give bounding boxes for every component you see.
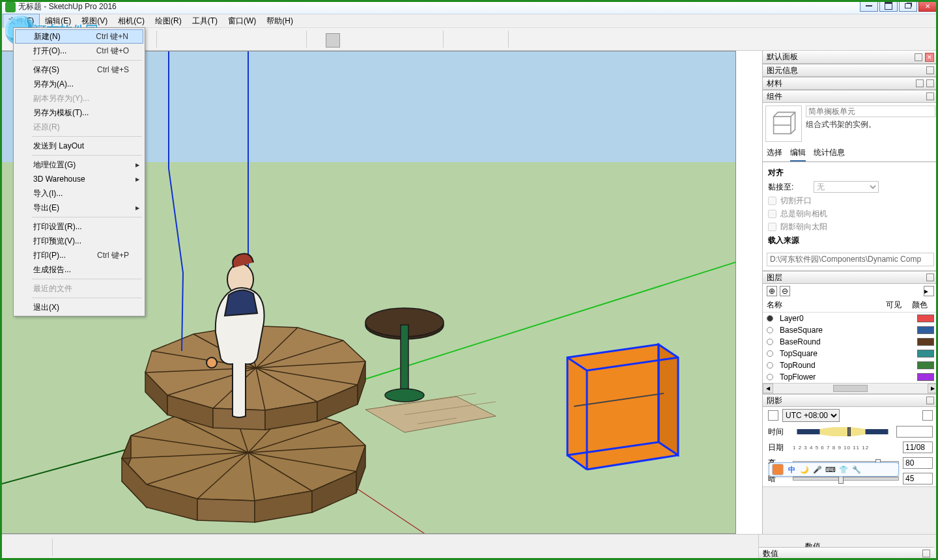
menu-item[interactable]: 导入(I)... bbox=[15, 186, 143, 201]
shadow-settings-button[interactable] bbox=[922, 410, 933, 421]
tab-stats[interactable]: 统计信息 bbox=[814, 147, 845, 161]
window-title: 无标题 - SketchUp Pro 2016 bbox=[18, 1, 117, 12]
layer-row[interactable]: BaseSquare bbox=[763, 324, 938, 336]
menu-item[interactable]: 另存为(A)... bbox=[15, 77, 143, 91]
close-button[interactable] bbox=[918, 0, 937, 12]
status-bar: 数值 数值 bbox=[0, 534, 938, 560]
restore-button[interactable] bbox=[899, 0, 917, 12]
layer-header: 名称可见颜色 bbox=[763, 298, 938, 313]
close-icon[interactable]: ✕ bbox=[925, 53, 934, 62]
menu-item[interactable]: 导出(E) bbox=[15, 201, 143, 215]
tab-select[interactable]: 选择 bbox=[767, 147, 782, 161]
glue-select[interactable]: 无 bbox=[814, 181, 879, 193]
menu-item[interactable]: 地理位置(G) bbox=[15, 158, 143, 172]
utc-select[interactable]: UTC +08:00 bbox=[782, 409, 840, 422]
tab-edit[interactable]: 编辑 bbox=[790, 147, 806, 161]
menu-bar[interactable]: 文件(F) 编辑(E) 视图(V) 相机(C) 绘图(R) 工具(T) 窗口(W… bbox=[0, 14, 938, 27]
pin-icon[interactable] bbox=[915, 53, 922, 61]
menu-help[interactable]: 帮助(H) bbox=[261, 14, 298, 28]
layer-scrollbar[interactable]: ◀▶ bbox=[763, 383, 938, 393]
menu-draw[interactable]: 绘图(R) bbox=[150, 14, 187, 28]
svg-marker-53 bbox=[659, 344, 678, 455]
panel-layers[interactable]: 图层 bbox=[763, 271, 938, 284]
file-menu-dropdown[interactable]: 新建(N)Ctrl 键+N打开(O)...Ctrl 键+O保存(S)Ctrl 键… bbox=[13, 27, 145, 316]
menu-item[interactable]: 打印预览(V)... bbox=[15, 234, 143, 248]
title-bar: 无标题 - SketchUp Pro 2016 bbox=[0, 0, 938, 14]
svg-line-64 bbox=[791, 112, 795, 117]
menu-item[interactable]: 生成报告... bbox=[15, 262, 143, 277]
dark-value[interactable] bbox=[903, 473, 933, 484]
layer-row[interactable]: TopRound bbox=[763, 359, 938, 371]
ime-toolbar[interactable]: 中 🌙🎤⌨👕🔧 bbox=[769, 462, 899, 477]
time-input[interactable] bbox=[896, 426, 933, 438]
delete-layer-button[interactable]: ⊖ bbox=[780, 286, 790, 296]
svg-point-49 bbox=[385, 389, 424, 402]
svg-rect-48 bbox=[401, 325, 408, 390]
menu-file[interactable]: 文件(F) bbox=[3, 14, 40, 29]
svg-marker-11 bbox=[197, 499, 255, 522]
shadows-sun-checkbox[interactable] bbox=[768, 223, 776, 231]
menu-item[interactable]: 新建(N)Ctrl 键+N bbox=[15, 29, 143, 44]
component-description: 组合式书架的实例。 bbox=[806, 119, 935, 130]
maximize-button[interactable] bbox=[879, 0, 898, 12]
menu-item[interactable]: 打开(O)...Ctrl 键+O bbox=[15, 44, 143, 58]
svg-rect-66 bbox=[848, 427, 851, 436]
dark-slider[interactable] bbox=[793, 477, 899, 481]
menu-camera[interactable]: 相机(C) bbox=[113, 14, 150, 28]
app-icon bbox=[5, 2, 16, 12]
menu-item[interactable]: 另存为模板(T)... bbox=[15, 105, 143, 120]
menu-item: 还原(R) bbox=[15, 120, 143, 134]
layer-menu-button[interactable]: ▸ bbox=[924, 286, 934, 296]
menu-window[interactable]: 窗口(W) bbox=[223, 14, 261, 28]
layer-row[interactable]: Layer0 bbox=[763, 313, 938, 324]
menu-item[interactable]: 打印(P)...Ctrl 键+P bbox=[15, 248, 143, 262]
light-value[interactable] bbox=[903, 457, 933, 469]
menu-item[interactable]: 保存(S)Ctrl 键+S bbox=[15, 63, 143, 77]
toolbar-button[interactable] bbox=[326, 33, 340, 48]
face-camera-checkbox[interactable] bbox=[768, 210, 776, 218]
default-tray: 默认面板 ✕ 图元信息 材料 组件 组合式书架的实例。 选择 编辑 统计信息 对… bbox=[762, 51, 938, 534]
svg-point-51 bbox=[206, 357, 217, 368]
shadow-toggle-button[interactable] bbox=[768, 410, 778, 421]
panel-entity-info[interactable]: 图元信息 bbox=[763, 64, 938, 77]
layer-row[interactable]: TopFlower bbox=[763, 371, 938, 383]
menu-tools[interactable]: 工具(T) bbox=[187, 14, 223, 28]
add-layer-button[interactable]: ⊕ bbox=[767, 286, 777, 296]
panel-components[interactable]: 组件 bbox=[763, 90, 938, 103]
menu-item[interactable]: 退出(X) bbox=[15, 300, 143, 315]
tray-header[interactable]: 默认面板 ✕ bbox=[763, 51, 938, 64]
svg-marker-4 bbox=[365, 397, 496, 432]
menu-edit[interactable]: 编辑(E) bbox=[40, 14, 76, 28]
layer-row[interactable]: TopSquare bbox=[763, 348, 938, 359]
component-thumbnail bbox=[765, 105, 802, 142]
menu-item: 最近的文件 bbox=[15, 281, 143, 296]
component-tabs[interactable]: 选择 编辑 统计信息 bbox=[763, 145, 938, 162]
panel-shadows[interactable]: 阴影 bbox=[763, 394, 938, 407]
menu-item[interactable]: 发送到 LayOut bbox=[15, 139, 143, 153]
menu-item: 副本另存为(Y)... bbox=[15, 91, 143, 105]
menu-view[interactable]: 视图(V) bbox=[76, 14, 113, 28]
minimize-button[interactable] bbox=[860, 0, 878, 12]
menu-item[interactable]: 打印设置(R)... bbox=[15, 219, 143, 234]
layer-row[interactable]: BaseRound bbox=[763, 336, 938, 348]
menu-item[interactable]: 3D Warehouse bbox=[15, 172, 143, 186]
cut-opening-checkbox[interactable] bbox=[768, 197, 776, 205]
load-path: D:\河东软件园\Components\Dynamic Comp bbox=[767, 253, 934, 266]
date-input[interactable] bbox=[903, 441, 933, 453]
panel-materials[interactable]: 材料 bbox=[763, 77, 938, 90]
component-name-input[interactable] bbox=[806, 105, 935, 117]
